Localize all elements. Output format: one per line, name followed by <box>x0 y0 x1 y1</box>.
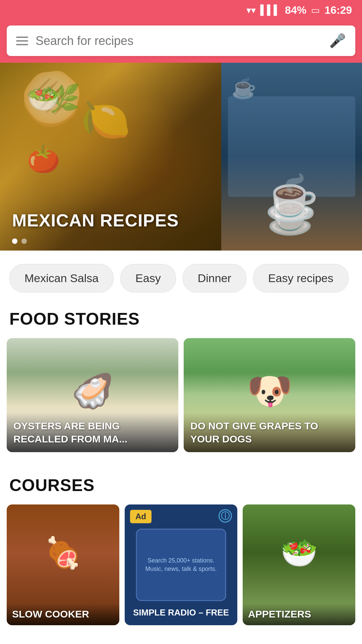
status-icons: ▾▾ ▌▌▌ 84% ▭ 16:29 <box>246 4 352 16</box>
courses-grid: SLOW COOKER Ad ⓘ Search 25,000+ stations… <box>0 504 362 625</box>
story-dogs-title: DO NOT GIVE GRAPES TO YOUR DOGS <box>190 419 349 445</box>
appetizers-overlay: APPETIZERS <box>243 603 355 625</box>
food-stories-title: FOOD STORIES <box>0 299 362 338</box>
ad-image: Ad ⓘ Search 25,000+ stations. Music, new… <box>125 504 237 625</box>
signal-icon: ▌▌▌ <box>260 5 281 15</box>
status-bar: ▾▾ ▌▌▌ 84% ▭ 16:29 <box>0 0 362 20</box>
tag-easy-recipes[interactable]: Easy recipes <box>253 264 349 292</box>
ad-info-icon[interactable]: ⓘ <box>219 509 232 523</box>
slow-cooker-label: SLOW COOKER <box>12 608 114 620</box>
mic-icon[interactable]: 🎤 <box>329 33 346 49</box>
hero-dots <box>12 238 27 244</box>
wifi-icon: ▾▾ <box>246 5 256 16</box>
hero-dot-2[interactable] <box>21 238 27 244</box>
time-display: 16:29 <box>324 4 352 16</box>
story-card-oysters[interactable]: OYSTERS ARE BEING RECALLED FROM MA... <box>7 338 178 452</box>
hero-side-card[interactable]: ☕ ☕ <box>221 63 362 251</box>
ad-badge: Ad <box>130 510 152 523</box>
ad-title: SIMPLE RADIO – FREE <box>128 607 234 619</box>
search-input[interactable] <box>36 34 322 48</box>
courses-title: COURSES <box>0 466 362 504</box>
slow-cooker-overlay: SLOW COOKER <box>7 603 119 625</box>
tags-section: Mexican Salsa Easy Dinner Easy recipes <box>0 251 362 299</box>
battery-percent: 84% <box>285 4 306 16</box>
hero-side-image: ☕ ☕ <box>221 63 362 251</box>
battery-icon: ▭ <box>311 5 320 16</box>
hero-main-label: MEXICAN RECIPES <box>12 210 179 230</box>
ad-phone-text: Search 25,000+ stations. Music, news, ta… <box>137 554 225 576</box>
story-dogs-overlay: DO NOT GIVE GRAPES TO YOUR DOGS <box>184 413 355 452</box>
appetizers-label: APPETIZERS <box>248 608 350 620</box>
course-card-appetizers[interactable]: APPETIZERS <box>243 504 355 625</box>
story-card-dogs[interactable]: DO NOT GIVE GRAPES TO YOUR DOGS <box>184 338 355 452</box>
search-container: 🎤 <box>0 20 362 63</box>
hero-section: 🫓 🍋 🌿 🍅 MEXICAN RECIPES ☕ ☕ <box>0 63 362 251</box>
hero-main-card[interactable]: 🫓 🍋 🌿 🍅 MEXICAN RECIPES <box>0 63 221 251</box>
tag-dinner[interactable]: Dinner <box>183 264 246 292</box>
stories-grid: OYSTERS ARE BEING RECALLED FROM MA... DO… <box>0 338 362 452</box>
hero-dot-1[interactable] <box>12 238 17 244</box>
menu-button[interactable] <box>16 37 28 45</box>
story-oysters-title: OYSTERS ARE BEING RECALLED FROM MA... <box>13 419 172 445</box>
tag-easy[interactable]: Easy <box>120 264 176 292</box>
tag-mexican-salsa[interactable]: Mexican Salsa <box>9 264 114 292</box>
story-oysters-overlay: OYSTERS ARE BEING RECALLED FROM MA... <box>7 413 178 452</box>
course-card-slow-cooker[interactable]: SLOW COOKER <box>7 504 119 625</box>
ad-phone-mockup: Search 25,000+ stations. Music, news, ta… <box>136 529 226 601</box>
course-card-ad[interactable]: Ad ⓘ Search 25,000+ stations. Music, new… <box>125 504 237 625</box>
search-bar: 🎤 <box>7 25 355 56</box>
